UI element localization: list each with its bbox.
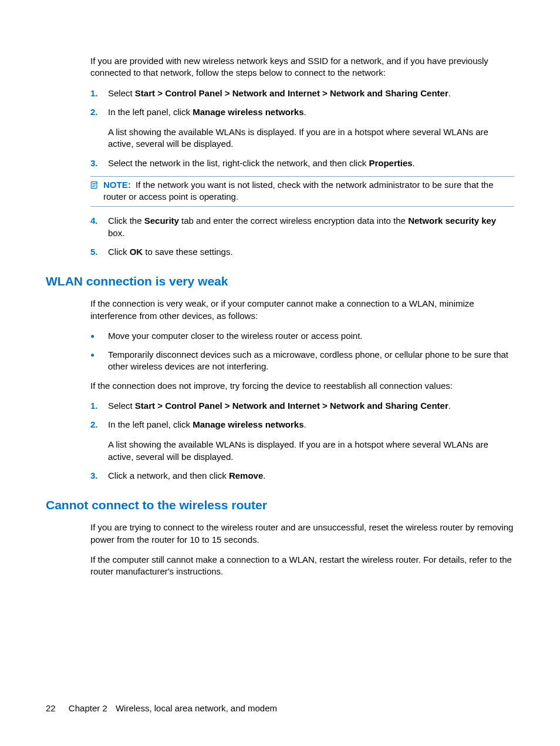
note-icon [90,179,103,203]
step-body: In the left panel, click Manage wireless… [108,106,514,150]
step-item: 3. Select the network in the list, right… [90,157,514,169]
bullet-item: ● Move your computer closer to the wirel… [90,330,514,342]
step-body: Click a network, and then click Remove. [108,470,514,482]
bullet-text: Temporarily disconnect devices such as a… [108,349,514,373]
step-body: Select Start > Control Panel > Network a… [108,88,514,99]
step-body: Click OK to save these settings. [108,246,514,258]
bullet-icon: ● [90,330,108,342]
chapter-label: Chapter 2 [69,703,107,714]
section-heading-cannot-connect: Cannot connect to the wireless router [46,497,514,513]
step-number: 3. [90,157,108,169]
note-label: NOTE: [103,180,131,190]
bullet-text: Move your computer closer to the wireles… [108,330,514,342]
step-extra: A list showing the available WLANs is di… [108,126,514,150]
paragraph: If the computer still cannot make a conn… [90,554,514,578]
step-item: 1. Select Start > Control Panel > Networ… [90,88,514,99]
step-number: 2. [90,106,108,150]
step-item: 3. Click a network, and then click Remov… [90,470,514,482]
step-number: 2. [90,419,108,463]
section-intro: If the connection is very weak, or if yo… [90,298,514,322]
bullet-icon: ● [90,349,108,373]
step-body: Select the network in the list, right-cl… [108,157,514,169]
step-number: 3. [90,470,108,482]
step-item: 2. In the left panel, click Manage wirel… [90,106,514,150]
step-number: 1. [90,400,108,412]
step-number: 5. [90,246,108,258]
step-item: 2. In the left panel, click Manage wirel… [90,419,514,463]
step-item: 5. Click OK to save these settings. [90,246,514,258]
step-extra: A list showing the available WLANs is di… [108,439,514,463]
bullet-item: ● Temporarily disconnect devices such as… [90,349,514,373]
page-footer: 22 Chapter 2 Wireless, local area networ… [46,703,277,714]
note-text: NOTE: If the network you want is not lis… [103,179,514,203]
step-body: Select Start > Control Panel > Network a… [108,400,514,412]
note-callout: NOTE: If the network you want is not lis… [90,176,514,207]
step-item: 1. Select Start > Control Panel > Networ… [90,400,514,412]
paragraph: If the connection does not improve, try … [90,380,514,392]
chapter-title: Wireless, local area network, and modem [116,703,277,713]
step-body: In the left panel, click Manage wireless… [108,419,514,463]
step-body: Click the Security tab and enter the cor… [108,215,514,239]
document-page: If you are provided with new wireless ne… [0,0,560,746]
section-heading-weak-wlan: WLAN connection is very weak [46,273,514,290]
page-number: 22 [46,703,56,714]
step-number: 4. [90,215,108,239]
paragraph: If you are trying to connect to the wire… [90,522,514,546]
step-number: 1. [90,88,108,99]
intro-paragraph: If you are provided with new wireless ne… [90,55,514,79]
step-item: 4. Click the Security tab and enter the … [90,215,514,239]
